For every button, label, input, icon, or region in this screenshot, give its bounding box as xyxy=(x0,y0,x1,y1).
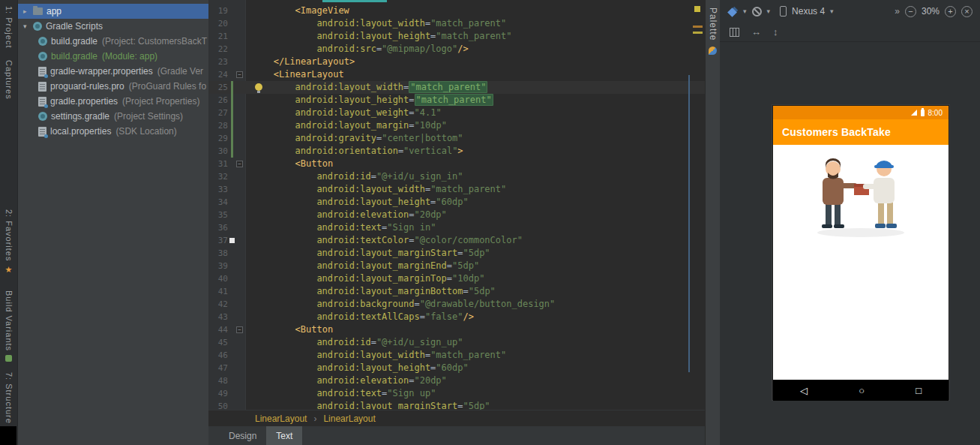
code-line-37[interactable]: 37android:textColor="@color/commonColor" xyxy=(208,234,705,247)
project-tree-item-file[interactable]: proguard-rules.pro(ProGuard Rules fo xyxy=(18,79,208,94)
code-line-49[interactable]: 49android:text="Sign up" xyxy=(208,387,705,400)
line-number[interactable]: 47 xyxy=(208,362,228,374)
project-tree-item-gradle-scripts[interactable]: ▾ Gradle Scripts xyxy=(18,19,208,34)
breadcrumb-item[interactable]: LinearLayout xyxy=(255,413,307,424)
zoom-out-icon[interactable]: − xyxy=(905,6,916,17)
swap-vertical-icon[interactable]: ↕ xyxy=(773,27,778,37)
overflow-chevrons-icon[interactable]: » xyxy=(895,6,900,17)
line-number[interactable]: 26 xyxy=(208,94,228,107)
code-line-47[interactable]: 47android:layout_height="60dp" xyxy=(208,362,705,374)
project-tree-item-file[interactable]: gradle.properties(Project Properties) xyxy=(18,94,208,109)
code-line-42[interactable]: 42android:background="@drawable/button_d… xyxy=(208,298,705,311)
error-stripe-mark[interactable] xyxy=(694,6,700,12)
zoom-reset-icon[interactable]: × xyxy=(961,6,973,17)
intention-bulb-icon[interactable] xyxy=(255,83,262,91)
code-line-20[interactable]: 20android:layout_width="match_parent" xyxy=(208,17,705,30)
line-number[interactable]: 20 xyxy=(208,17,228,30)
code-line-31[interactable]: 31−<Button xyxy=(208,158,705,170)
swap-horizontal-icon[interactable]: ↔ xyxy=(751,27,761,37)
tool-window-button-project[interactable]: 1: Project xyxy=(0,6,17,48)
line-number[interactable]: 34 xyxy=(208,196,228,209)
code-line-40[interactable]: 40android:layout_marginTop="10dp" xyxy=(208,272,705,285)
project-tree-item-app[interactable]: ▸ app xyxy=(18,4,208,19)
code-line-41[interactable]: 41android:layout_marginBottom="5dp" xyxy=(208,285,705,298)
line-number[interactable]: 44 xyxy=(208,323,228,336)
code-line-44[interactable]: 44−<Button xyxy=(208,323,705,336)
tool-window-button-favorites[interactable]: 2: Favorites★ xyxy=(0,209,17,273)
nav-back-icon[interactable]: ◁ xyxy=(800,385,808,396)
code-line-43[interactable]: 43android:textAllCaps="false"/> xyxy=(208,311,705,323)
device-selector[interactable]: Nexus 4 xyxy=(792,6,825,17)
code-line-21[interactable]: 21android:layout_height="match_parent" xyxy=(208,30,705,43)
line-number[interactable]: 41 xyxy=(208,285,228,298)
code-line-24[interactable]: 24−<LinearLayout xyxy=(208,68,705,81)
line-number[interactable]: 21 xyxy=(208,30,228,43)
line-number[interactable]: 39 xyxy=(208,260,228,272)
code-line-23[interactable]: 23</LinearLayout> xyxy=(208,56,705,68)
tool-window-button-build-variants[interactable]: Build Variants xyxy=(0,290,17,362)
code-line-19[interactable]: 19<ImageView xyxy=(208,5,705,17)
tool-window-button-structure[interactable]: 7: Structure xyxy=(0,372,17,424)
code-line-38[interactable]: 38android:layout_marginStart="5dp" xyxy=(208,247,705,260)
code-line-45[interactable]: 45android:id="@+id/u_sign_up" xyxy=(208,336,705,349)
no-theme-icon[interactable] xyxy=(752,7,762,17)
line-number[interactable]: 23 xyxy=(208,56,228,68)
line-number[interactable]: 19 xyxy=(208,5,228,17)
line-number[interactable]: 37 xyxy=(208,234,228,247)
zoom-in-icon[interactable]: + xyxy=(945,6,956,17)
line-number[interactable]: 40 xyxy=(208,272,228,285)
line-number[interactable]: 33 xyxy=(208,183,228,196)
code-line-32[interactable]: 32android:id="@+id/u_sign_in" xyxy=(208,170,705,183)
code-line-46[interactable]: 46android:layout_width="match_parent" xyxy=(208,349,705,362)
project-tree-item-file[interactable]: build.gradle(Project: CustomersBackT xyxy=(18,34,208,49)
code-line-34[interactable]: 34android:layout_height="60dp" xyxy=(208,196,705,209)
line-number[interactable]: 30 xyxy=(208,145,228,158)
line-number[interactable]: 31 xyxy=(208,158,228,170)
line-number[interactable]: 29 xyxy=(208,132,228,145)
scrollbar-thumb[interactable] xyxy=(688,75,690,372)
line-number[interactable]: 32 xyxy=(208,170,228,183)
nav-home-icon[interactable]: ○ xyxy=(859,385,865,396)
line-number[interactable]: 22 xyxy=(208,43,228,56)
line-number[interactable]: 36 xyxy=(208,221,228,234)
code-line-26[interactable]: 26android:layout_height="match_parent" xyxy=(208,94,705,107)
tool-window-button-captures[interactable]: Captures xyxy=(0,60,17,100)
palette-tool-button[interactable]: Palette xyxy=(705,0,720,445)
error-stripe-mark[interactable] xyxy=(693,32,703,34)
code-viewport[interactable]: 19<ImageView20android:layout_width="matc… xyxy=(208,5,705,413)
code-line-35[interactable]: 35android:elevation="20dp" xyxy=(208,209,705,221)
code-line-27[interactable]: 27android:layout_weight="4.1" xyxy=(208,107,705,119)
code-line-33[interactable]: 33android:layout_width="match_parent" xyxy=(208,183,705,196)
chevron-down-icon[interactable]: ▾ xyxy=(767,8,771,15)
breadcrumb-item[interactable]: LinearLayout xyxy=(323,413,375,424)
code-line-48[interactable]: 48android:elevation="20dp" xyxy=(208,374,705,387)
line-number[interactable]: 27 xyxy=(208,107,228,119)
fold-icon[interactable]: − xyxy=(236,161,243,167)
code-line-36[interactable]: 36android:text="Sign in" xyxy=(208,221,705,234)
line-number[interactable]: 46 xyxy=(208,349,228,362)
code-line-29[interactable]: 29android:gravity="center|bottom" xyxy=(208,132,705,145)
nav-recents-icon[interactable]: □ xyxy=(916,385,922,396)
line-number[interactable]: 28 xyxy=(208,119,228,132)
chevron-down-icon[interactable]: ▾ xyxy=(830,8,834,15)
fold-icon[interactable]: − xyxy=(236,326,243,333)
project-tree-item-file[interactable]: build.gradle(Module: app) xyxy=(18,49,208,64)
line-number[interactable]: 42 xyxy=(208,298,228,311)
code-line-39[interactable]: 39android:layout_marginEnd="5dp" xyxy=(208,260,705,272)
theme-icon[interactable] xyxy=(727,8,737,17)
error-stripe-mark[interactable] xyxy=(693,26,703,28)
code-line-28[interactable]: 28android:layout_margin="10dp" xyxy=(208,119,705,132)
code-line-25[interactable]: 25android:layout_width="match_parent" xyxy=(208,81,705,94)
line-number[interactable]: 49 xyxy=(208,387,228,400)
columns-icon[interactable] xyxy=(730,28,739,37)
line-number[interactable]: 45 xyxy=(208,336,228,349)
project-tree-item-file[interactable]: local.properties(SDK Location) xyxy=(18,124,208,139)
project-tree-item-file[interactable]: gradle-wrapper.properties(Gradle Ver xyxy=(18,64,208,79)
line-number[interactable]: 25 xyxy=(208,81,228,94)
editor-mode-tab-text[interactable]: Text xyxy=(266,426,302,445)
editor-mode-tab-design[interactable]: Design xyxy=(219,426,266,445)
code-line-22[interactable]: 22android:src="@mipmap/logo"/> xyxy=(208,43,705,56)
line-number[interactable]: 24 xyxy=(208,68,228,81)
fold-icon[interactable]: − xyxy=(236,71,243,78)
line-number[interactable]: 38 xyxy=(208,247,228,260)
